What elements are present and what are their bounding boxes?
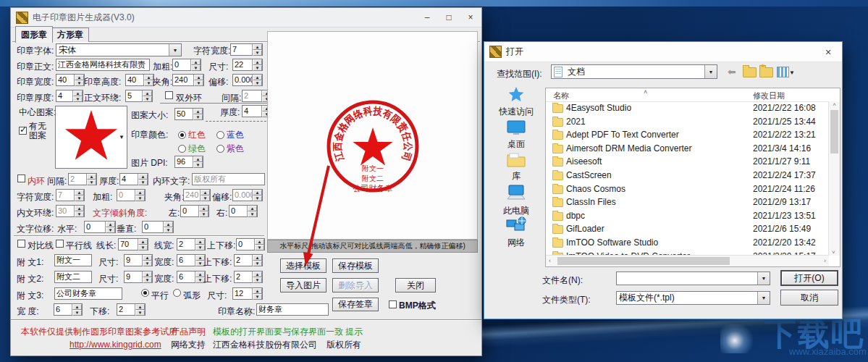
footer-product-statement[interactable]: 产品声明	[171, 327, 206, 337]
column-name[interactable]: 名称	[553, 90, 569, 101]
shift-v-spinner[interactable]: 0▲▼	[142, 221, 174, 233]
delete-import-button[interactable]: 删除导入	[332, 278, 379, 292]
bmp-format-checkbox[interactable]	[389, 300, 397, 308]
parallel-line-checkbox[interactable]	[56, 240, 64, 248]
footer-url-link[interactable]: http://www.kinggrid.com	[69, 340, 161, 350]
open-button[interactable]: 打开(O)	[780, 270, 838, 286]
file-row[interactable]: Chaos Cosmos2021/2/24 11:26	[546, 182, 829, 196]
file-type-combobox[interactable]: 模板文件(*.tpl)▼	[616, 291, 770, 305]
size-spinner[interactable]: 22▲▼	[232, 59, 263, 71]
dialog-close-icon[interactable]: ×	[814, 42, 842, 62]
vertical-scrollbar[interactable]: ˄˅	[828, 101, 840, 256]
attach1-width-spinner[interactable]: 6▲▼	[177, 254, 206, 266]
angle-spinner[interactable]: 240▲▼	[172, 74, 204, 86]
horizontal-ruler[interactable]: 水平标尺(拖动该标尺可对比弧线两端高低，精确修正偏移)	[267, 240, 478, 253]
close-button[interactable]: 关闭	[395, 278, 436, 292]
minimize-icon[interactable]: –	[416, 8, 438, 27]
attach2-shift-spinner[interactable]: 2▲▼	[234, 271, 263, 283]
inner-text-input[interactable]: 版权所有	[192, 173, 265, 185]
seal-thickness-spinner[interactable]: 4▲▼	[56, 90, 83, 102]
attach2-input[interactable]: 附文二	[54, 271, 92, 283]
cancel-button[interactable]: 取消	[780, 290, 838, 306]
sidebar-item-this-pc[interactable]: 此电脑	[493, 184, 539, 217]
char-width-spinner[interactable]: 7▲▼	[230, 43, 263, 56]
file-row[interactable]: ImTOO Software Studio2021/2/20 13:42	[546, 236, 829, 250]
chevron-down-icon[interactable]: ▼	[789, 70, 795, 76]
attach3-size-spinner[interactable]: 12▲▼	[232, 287, 263, 300]
inner-char-width-spinner[interactable]: 7▲▼	[56, 189, 85, 201]
file-row[interactable]: 20212021/1/25 13:44	[546, 115, 829, 129]
column-date-modified[interactable]: 修改日期	[753, 90, 785, 101]
back-icon[interactable]: ⬅	[728, 66, 736, 77]
body-wrap-spinner[interactable]: 5▲▼	[125, 90, 153, 102]
attach3-width-spinner[interactable]: 6▲▼	[54, 303, 83, 316]
seal-name-input[interactable]: 财务章	[256, 303, 329, 316]
bold-spinner[interactable]: 0▲▼	[172, 59, 201, 71]
attach1-shift-spinner[interactable]: 2▲▼	[234, 254, 263, 266]
view-menu-icon[interactable]	[777, 67, 789, 77]
file-row[interactable]: ClassIn Files2021/2/9 13:17	[546, 195, 829, 209]
font-combobox[interactable]: 宋体▼	[56, 43, 182, 56]
contrast-line-checkbox[interactable]	[17, 240, 25, 248]
file-name-input[interactable]: ▼	[616, 272, 770, 285]
attach2-width-spinner[interactable]: 6▲▼	[177, 271, 206, 283]
save-template-button[interactable]: 保存模板	[332, 258, 379, 273]
tilt-left-spinner[interactable]: 0▲▼	[180, 205, 209, 217]
shift-h-spinner[interactable]: 0▲▼	[84, 221, 116, 233]
sidebar-item-libraries[interactable]: 库	[493, 152, 539, 182]
attach1-size-spinner[interactable]: 9▲▼	[124, 254, 153, 266]
file-row[interactable]: Aiseesoft2021/1/27 9:11	[546, 155, 829, 169]
tilt-right-spinner[interactable]: 0▲▼	[229, 205, 258, 217]
inner-ring-checkbox[interactable]	[17, 174, 25, 182]
inner-angle-spinner[interactable]: 240▲▼	[183, 189, 211, 201]
line-shift-spinner[interactable]: 0▲▼	[236, 238, 265, 251]
color-purple-radio[interactable]	[216, 145, 224, 153]
import-image-button[interactable]: 导入图片	[280, 278, 326, 292]
offset-spinner[interactable]: 0.000▲▼	[232, 74, 263, 86]
look-in-combobox[interactable]: 文档 ▼	[551, 64, 717, 79]
line-width-spinner[interactable]: 2▲▼	[177, 238, 206, 251]
dpi-spinner[interactable]: 96▲▼	[174, 156, 203, 168]
attach1-input[interactable]: 附文一	[54, 254, 92, 266]
color-green-radio[interactable]	[178, 145, 186, 153]
close-icon[interactable]: ×	[460, 8, 481, 27]
file-row[interactable]: Adept PDF To Text Converter2021/2/22 13:…	[546, 128, 829, 142]
seal-width-spinner[interactable]: 40▲▼	[56, 74, 85, 86]
maximize-icon[interactable]: □	[438, 8, 460, 27]
image-size-spinner[interactable]: 50▲▼	[174, 108, 203, 120]
file-row[interactable]: 4Easysoft Studio2021/2/22 16:08	[546, 101, 829, 115]
attach3-input[interactable]: 公司财务章	[54, 287, 122, 300]
has-image-checkbox[interactable]	[19, 127, 27, 135]
parallel-radio[interactable]	[141, 289, 149, 297]
attach2-size-spinner[interactable]: 9▲▼	[124, 271, 153, 283]
horizontal-scrollbar[interactable]: ‹›	[546, 255, 829, 266]
line-length-spinner[interactable]: 70▲▼	[118, 238, 148, 251]
save-seal-button[interactable]: 保存签章	[332, 298, 379, 311]
tab-square-seal[interactable]: 方形章	[51, 28, 89, 42]
down-shift-spinner[interactable]: 2▲▼	[117, 303, 146, 316]
sidebar-item-quick-access[interactable]: 快速访问	[493, 85, 539, 118]
tab-round-seal[interactable]: 圆形章	[15, 26, 53, 43]
file-row[interactable]: CastScreen2021/2/24 17:37	[546, 169, 829, 182]
footer-hint[interactable]: 提示	[345, 327, 363, 337]
file-row[interactable]: GifLoader2021/2/6 15:49	[546, 222, 829, 236]
inner-bold-spinner[interactable]: 0▲▼	[117, 189, 146, 201]
double-ring-checkbox[interactable]	[165, 91, 173, 99]
sidebar-item-network[interactable]: 网络	[493, 216, 539, 249]
inner-thick-spinner[interactable]: 4▲▼	[119, 173, 148, 185]
sidebar-item-desktop[interactable]: 桌面	[493, 120, 539, 151]
inner-wrap-spinner[interactable]: 30▲▼	[56, 205, 85, 217]
up-one-level-icon[interactable]	[743, 67, 757, 77]
file-row[interactable]: dbpc2021/1/23 13:51	[546, 209, 829, 223]
choose-template-button[interactable]: 选择模板	[280, 258, 326, 273]
inner-offset-spinner[interactable]: 0.000▲▼	[232, 189, 263, 201]
center-image-preview[interactable]: ▼	[55, 106, 127, 169]
file-row[interactable]: Aimersoft DRM Media Converter2021/3/4 14…	[546, 142, 829, 156]
color-red-radio[interactable]	[178, 131, 186, 139]
chevron-down-icon[interactable]: ▼	[119, 134, 125, 140]
color-blue-radio[interactable]	[216, 131, 224, 139]
body-text-input[interactable]: 江西金格网络科技有限责	[56, 59, 150, 71]
seal-height-spinner[interactable]: 40▲▼	[125, 74, 154, 86]
inner-gap-spinner[interactable]: 2▲▼	[68, 173, 97, 185]
arc-radio[interactable]	[173, 289, 181, 297]
